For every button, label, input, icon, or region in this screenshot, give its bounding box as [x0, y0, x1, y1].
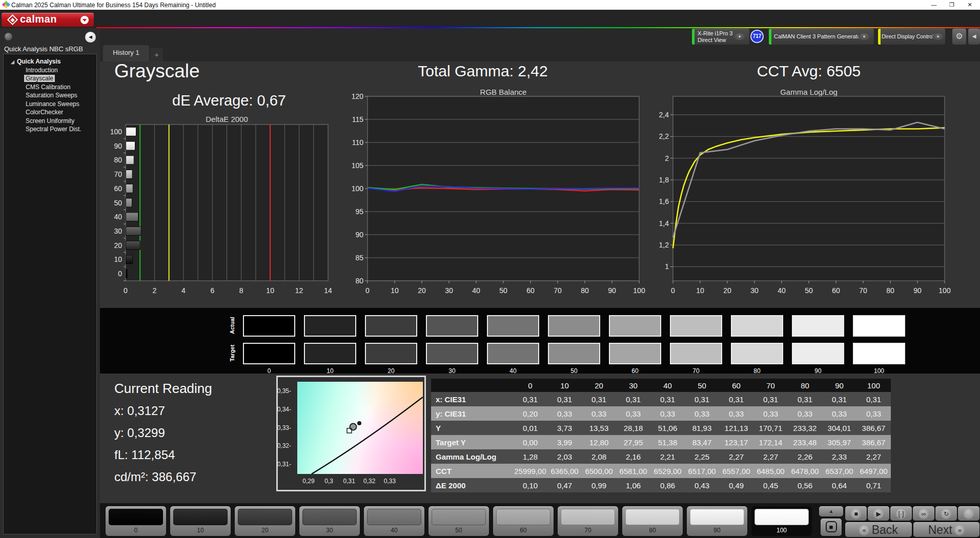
sidebar-collapse-button[interactable]: ◀ [85, 32, 96, 43]
meter-badge[interactable]: 717 [750, 30, 764, 43]
svg-text:95: 95 [355, 208, 363, 216]
table-cell: 2,27 [753, 449, 788, 464]
table-cell: 25999,00 [513, 464, 547, 478]
tree-item-saturation-sweeps[interactable]: Saturation Sweeps [24, 92, 79, 99]
pattern-button-90[interactable]: 90 [687, 506, 747, 536]
deltae-bar-10 [126, 255, 133, 264]
pattern-button-60[interactable]: 60 [493, 506, 554, 536]
swatch-level-label: 80 [731, 367, 783, 375]
tree-item-colorchecker[interactable]: ColorChecker [24, 109, 65, 116]
pattern-chip [173, 509, 228, 525]
table-cell: 6500,00 [582, 464, 616, 478]
table-cell: 6517,00 [685, 464, 719, 478]
svg-text:60: 60 [526, 286, 535, 295]
table-cell: 1,28 [513, 449, 547, 464]
measured-point-marker [350, 424, 357, 430]
panel-collapse-arrow-button[interactable]: ◀ [968, 29, 980, 45]
svg-text:100: 100 [938, 286, 951, 295]
tree-item-spectral-power-dist-[interactable]: Spectral Power Dist. [24, 126, 83, 133]
svg-text:2,2: 2,2 [659, 132, 669, 140]
pattern-bottom-bar: 0102030405060708090100▲■■▶[·]∞↻« BackNex… [100, 503, 980, 538]
tree-item-screen-uniformity[interactable]: Screen Uniformity [24, 117, 76, 125]
table-cell: 121,13 [719, 421, 753, 435]
table-cell: 0,31 [685, 392, 719, 406]
svg-text:1: 1 [665, 262, 669, 271]
pattern-button-50[interactable]: 50 [428, 506, 489, 536]
deltae-2000-chart: DeltaE 200010090807060504030201000246810… [100, 114, 341, 301]
back-button[interactable]: « Back [845, 522, 912, 537]
page-title: Grayscale [114, 60, 200, 82]
add-tab-button[interactable]: + [150, 48, 163, 61]
pattern-button-40[interactable]: 40 [364, 506, 424, 536]
deltae-bar-70 [126, 170, 133, 179]
pattern-button-30[interactable]: 30 [299, 506, 360, 536]
svg-text:100: 100 [633, 286, 645, 295]
pattern-stop-button[interactable]: ■ [821, 519, 842, 536]
restore-button[interactable]: ❐ [944, 0, 959, 10]
settings-gear-button[interactable]: ⚙ [952, 29, 966, 45]
play-button[interactable]: ▶ [868, 506, 889, 521]
refresh-button[interactable]: ↻ [935, 506, 957, 521]
close-button[interactable]: ✕ [962, 0, 977, 10]
table-cell: 13,53 [582, 421, 616, 435]
calman-dropdown-icon [80, 16, 89, 24]
svg-text:2,4: 2,4 [659, 111, 669, 119]
table-cell: 0,31 [753, 392, 788, 406]
pattern-button-10[interactable]: 10 [170, 506, 231, 536]
svg-text:70: 70 [554, 286, 562, 295]
table-cell: 28,18 [616, 421, 650, 435]
reading-cdm2: cd/m²: 386,667 [114, 470, 196, 484]
table-cell: 0,33 [822, 406, 856, 421]
table-cell: 0,31 [719, 392, 753, 406]
svg-text:4: 4 [181, 286, 186, 295]
pattern-button-70[interactable]: 70 [558, 506, 618, 536]
table-cell: 0,47 [547, 478, 582, 492]
tree-item-grayscale[interactable]: Grayscale [24, 75, 55, 82]
table-cell: 0,33 [788, 406, 822, 421]
tree-item-luminance-sweeps[interactable]: Luminance Sweeps [24, 100, 81, 108]
cie-y-tick: 0,31- [276, 461, 291, 468]
table-cell: 386,67 [856, 421, 891, 435]
swatch-level-label: 10 [304, 367, 356, 375]
chevron-down-icon[interactable]: ▼ [733, 33, 746, 40]
pattern-button-80[interactable]: 80 [622, 506, 683, 536]
tree-expander-icon[interactable]: ◢ [11, 59, 14, 65]
calman-menu-button[interactable]: calman [2, 13, 94, 27]
table-cell: 2,27 [719, 449, 753, 464]
table-cell: 6365,00 [547, 464, 582, 478]
pattern-button-label: 50 [428, 527, 489, 534]
next-button[interactable]: Next » [913, 522, 979, 537]
tab-history-1[interactable]: History 1 [103, 45, 149, 61]
minimize-button[interactable]: — [926, 0, 942, 10]
target-swatch-100 [853, 343, 905, 364]
table-cell: 6529,00 [650, 464, 685, 478]
table-cell: 0,31 [788, 392, 822, 406]
svg-text:30: 30 [750, 286, 759, 295]
table-col-header-40: 40 [650, 379, 685, 392]
swatch-level-label: 30 [426, 367, 478, 375]
pattern-generator-dropdown[interactable]: CalMAN Client 3 Pattern Generator ▼ [769, 29, 874, 45]
continuous-measure-button[interactable]: ∞ [913, 506, 934, 521]
chevron-down-icon[interactable]: ▼ [932, 33, 944, 40]
display-control-dropdown[interactable]: Direct Display Control ▼ [878, 29, 945, 45]
tree-root[interactable]: ◢Quick Analysis [11, 58, 96, 65]
table-cell: 6557,00 [719, 464, 753, 478]
cie-y-tick: 0,33- [276, 424, 291, 431]
chevron-down-icon[interactable]: ▼ [858, 33, 870, 40]
tree-item-cms-calibration[interactable]: CMS Calibration [24, 84, 72, 91]
svg-text:20: 20 [114, 241, 122, 250]
stop-button[interactable]: ■ [845, 506, 867, 521]
pattern-button-100[interactable]: 100 [751, 506, 812, 536]
pattern-button-20[interactable]: 20 [235, 506, 295, 536]
tree-item-introduction[interactable]: Introduction [24, 67, 59, 74]
record-button[interactable] [958, 506, 979, 521]
svg-text:Gamma Log/Log: Gamma Log/Log [780, 88, 838, 96]
table-cell: 0,31 [547, 392, 582, 406]
table-col-header-50: 50 [685, 379, 719, 392]
pattern-button-0[interactable]: 0 [106, 506, 166, 536]
single-measure-button[interactable]: [·] [890, 506, 912, 521]
pattern-up-button[interactable]: ▲ [819, 506, 843, 516]
display-control-label: Direct Display Control [882, 33, 934, 39]
meter-dropdown[interactable]: X-Rite i1Pro 3Direct View ▼ [692, 29, 749, 45]
planckian-locus-curve [312, 397, 423, 474]
